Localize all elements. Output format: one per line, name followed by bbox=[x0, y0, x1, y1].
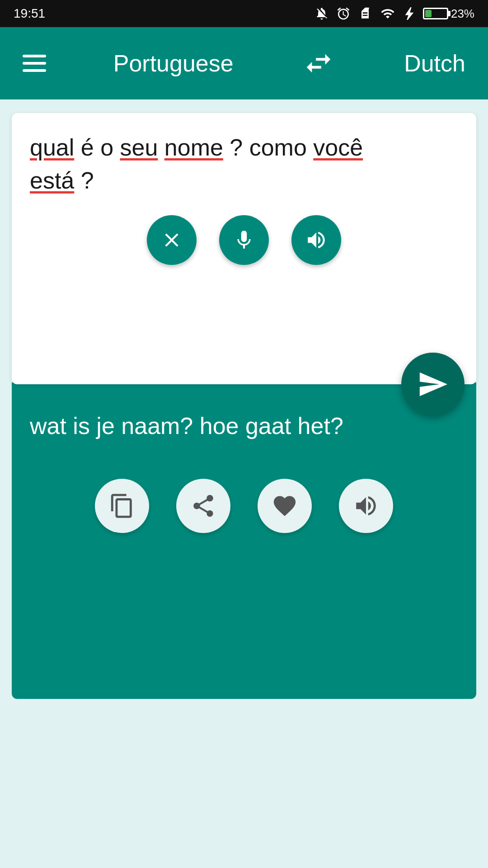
menu-button[interactable] bbox=[23, 55, 46, 72]
source-language[interactable]: Portuguese bbox=[113, 50, 234, 77]
word-esta: está bbox=[30, 167, 74, 193]
favorite-button[interactable] bbox=[258, 479, 312, 533]
word-question: ? bbox=[81, 167, 94, 193]
input-section: qual é o seu nome ? como você está ? bbox=[12, 113, 476, 384]
input-text[interactable]: qual é o seu nome ? como você está ? bbox=[30, 131, 458, 197]
top-bar: Portuguese Dutch bbox=[0, 27, 488, 99]
mic-button[interactable] bbox=[219, 215, 269, 265]
speaker-output-icon bbox=[353, 493, 379, 519]
word-nome: nome bbox=[164, 134, 223, 160]
input-actions bbox=[30, 215, 458, 274]
alarm-icon bbox=[336, 6, 351, 21]
hamburger-line-1 bbox=[23, 55, 46, 57]
word-como: ? como bbox=[230, 134, 313, 160]
word-voce: você bbox=[313, 134, 363, 160]
word-e-o: é o bbox=[81, 134, 120, 160]
sim-icon bbox=[358, 6, 372, 21]
speaker-input-button[interactable] bbox=[291, 215, 341, 265]
battery-level bbox=[425, 10, 432, 17]
output-section: wat is je naam? hoe gaat het? bbox=[12, 382, 476, 699]
hamburger-line-2 bbox=[23, 62, 46, 65]
status-time: 19:51 bbox=[14, 6, 45, 21]
share-button[interactable] bbox=[176, 479, 230, 533]
speaker-input-icon bbox=[305, 229, 328, 251]
swap-icon bbox=[303, 47, 334, 79]
send-icon bbox=[417, 368, 449, 400]
copy-button[interactable] bbox=[95, 479, 149, 533]
word-seu: seu bbox=[120, 134, 158, 160]
battery-icon bbox=[423, 8, 448, 19]
target-language[interactable]: Dutch bbox=[404, 50, 465, 77]
signal-icon bbox=[380, 6, 396, 21]
heart-icon bbox=[272, 493, 298, 519]
word-qual: qual bbox=[30, 134, 74, 160]
battery-percent: 23% bbox=[451, 7, 474, 21]
mic-icon bbox=[233, 229, 255, 251]
main-content: qual é o seu nome ? como você está ? bbox=[0, 113, 488, 699]
clear-button[interactable] bbox=[147, 215, 197, 265]
swap-languages-button[interactable] bbox=[300, 45, 337, 81]
copy-icon bbox=[109, 493, 135, 519]
send-button[interactable] bbox=[401, 353, 465, 416]
status-bar: 19:51 23% bbox=[0, 0, 488, 27]
output-text: wat is je naam? hoe gaat het? bbox=[30, 410, 458, 443]
output-actions bbox=[30, 479, 458, 547]
notification-mute-icon bbox=[314, 6, 329, 21]
hamburger-line-3 bbox=[23, 69, 46, 72]
battery-container: 23% bbox=[423, 7, 474, 21]
share-icon bbox=[190, 493, 216, 519]
clear-icon bbox=[160, 229, 183, 251]
output-wrapper: wat is je naam? hoe gaat het? bbox=[0, 382, 488, 699]
charging-icon bbox=[403, 6, 416, 21]
speaker-output-button[interactable] bbox=[339, 479, 393, 533]
status-icons: 23% bbox=[314, 6, 474, 21]
battery-tip bbox=[448, 11, 450, 16]
input-wrapper: qual é o seu nome ? como você está ? bbox=[0, 113, 488, 384]
